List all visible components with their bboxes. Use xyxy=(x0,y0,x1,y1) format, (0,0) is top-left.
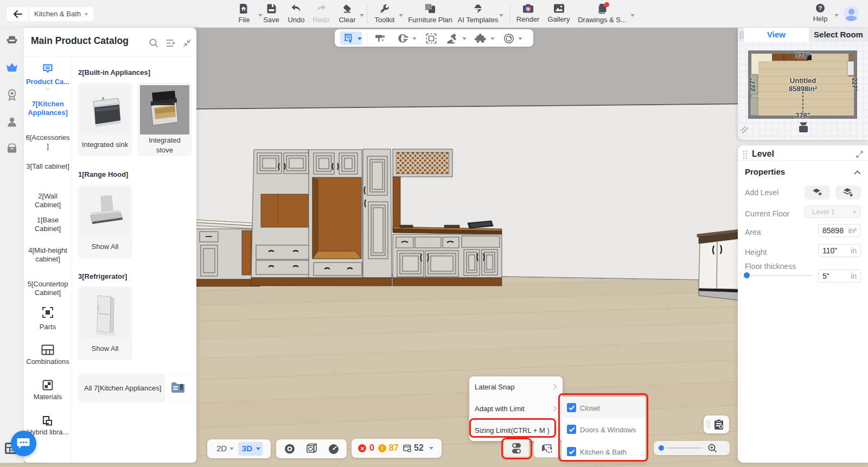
svg-text:?: ? xyxy=(819,5,822,11)
